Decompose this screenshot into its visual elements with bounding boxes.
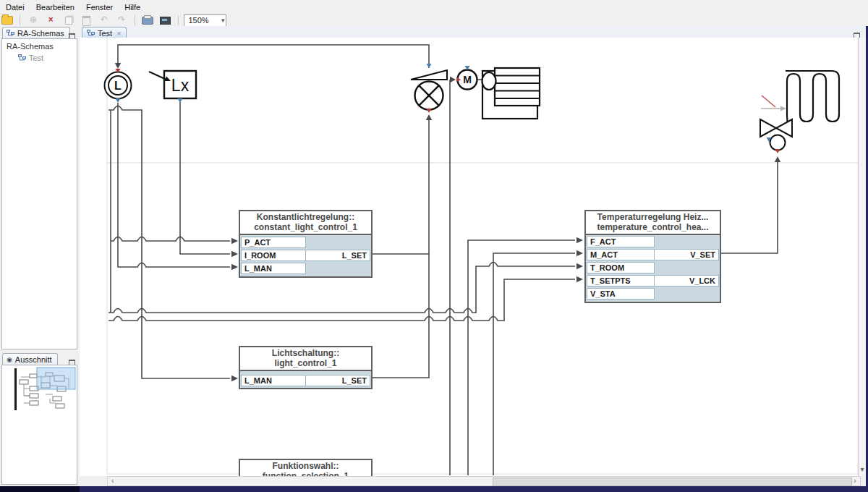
flow-marker [762,96,775,107]
folder-icon [1,16,13,25]
wire-lamp-to-lman [118,103,230,267]
lux-sensor-symbol[interactable]: Lx [149,71,196,103]
copy-button[interactable] [62,14,75,25]
scroll-right-icon[interactable]: › [850,477,860,485]
block-header: Temperaturregelung Heiz... temperature_c… [586,211,720,235]
valve-actuator [770,135,786,150]
flow-arrow-head [780,106,786,111]
window-bottom-edge [0,486,868,492]
lux-label: Lx [171,76,190,95]
input-connector [775,149,780,153]
block-header: Funktionswahl:: function_selection_1 [240,460,371,476]
port-input-pact[interactable]: P_ACT [241,237,306,248]
lamp-letter: L [114,80,122,92]
toolbar-separator [20,15,20,25]
wire-fact [468,240,575,475]
schema-icon [87,30,95,37]
motor-letter: M [463,74,472,85]
tree-item-label: Test [29,54,43,62]
wire-dimmer-to-lamp [118,45,429,68]
input-connector [427,109,432,113]
toolbar-separator [178,15,179,25]
port-input-tsetpts[interactable]: T_SETPTS [587,275,655,287]
menu-fenster[interactable]: Fenster [80,1,119,14]
zoom-level-value: 150% [188,16,208,25]
wire-bus2-tsetpts [109,279,575,321]
eye-icon: ◉ [7,356,12,363]
outline-view: ◉ Ausschnitt [0,352,80,486]
block-title: Lichtschaltung:: [242,348,370,358]
redo-button[interactable]: ↷ [115,14,128,25]
port-input-fact[interactable]: F_ACT [587,236,655,247]
menu-datei[interactable]: Datei [0,1,30,14]
schemas-view: RA-Schemas RA-Schemas Test [0,26,80,352]
function-block-constant-light-control[interactable]: Konstantlichtregelung:: constant_light_c… [239,210,373,278]
port-output-vlck[interactable]: V_LCK [654,275,719,287]
paste-icon [82,16,90,26]
function-block-light-control[interactable]: Lichtschaltung:: light_control_1 L_MAN L… [239,346,373,389]
editor-tab-strip: Test × [80,26,866,38]
port-input-iroom[interactable]: I_ROOM [241,250,306,261]
printer-icon [142,17,153,25]
diagram-thumbnail[interactable] [12,367,76,413]
tree-root-label: RA-Schemas [7,42,77,51]
open-folder-button[interactable] [1,14,14,25]
block-title: Konstantlichtregelung:: [242,212,370,222]
block-header: Lichtschaltung:: light_control_1 [240,347,371,371]
function-block-function-selection[interactable]: Funktionswahl:: function_selection_1 [239,459,373,476]
heating-valve-symbol[interactable] [760,71,839,153]
tree-item-test[interactable]: Test [18,54,77,62]
port-input-troom[interactable]: T_ROOM [587,262,655,273]
toolbar-separator [135,15,135,25]
diagram-graphics: L Lx [80,38,858,476]
output-connector [178,98,183,103]
close-icon[interactable]: × [116,29,121,38]
port-output-lset[interactable]: L_SET [305,375,370,386]
input-connector [427,64,432,68]
block-subtitle: constant_light_control_1 [242,222,370,232]
lamp-symbol[interactable]: L [105,69,132,103]
thumbnail-bar [14,368,17,410]
editor-tab-test[interactable]: Test × [82,27,127,38]
dimmer-lamp-symbol[interactable] [411,64,447,113]
delete-button[interactable]: × [44,14,57,25]
tab-label: Ausschnitt [15,355,52,364]
thumbnail-viewport[interactable] [37,368,75,389]
wire-mact [493,253,575,475]
undo-button[interactable]: ↶ [98,14,111,25]
schema-icon [7,30,14,37]
port-input-mact[interactable]: M_ACT [587,249,655,260]
window-corner [0,486,80,492]
menu-bearbeiten[interactable]: Bearbeiten [30,1,80,14]
port-output-vset[interactable]: V_SET [654,249,719,260]
horizontal-scrollbar[interactable]: ‹ › [107,476,861,486]
wire-lset-to-dimmer [373,120,429,378]
port-input-lman[interactable]: L_MAN [241,263,306,274]
menu-hilfe[interactable]: Hilfe [119,1,146,14]
scrollbar-thumb[interactable] [493,478,852,486]
zoom-level-combobox[interactable]: 150%▾ [184,14,226,27]
wire-pact [111,237,230,242]
chevron-down-icon: ▾ [221,15,225,26]
motor-fan-symbol[interactable]: M [456,66,540,119]
diagram-canvas[interactable]: L Lx [80,38,858,476]
editor-tab-label: Test [98,29,112,38]
scroll-left-icon[interactable]: ‹ [108,477,118,485]
tab-ausschnitt[interactable]: ◉ Ausschnitt [2,353,58,365]
new-element-button[interactable]: ⊕ [27,14,40,25]
function-block-temperature-control[interactable]: Temperaturregelung Heiz... temperature_c… [584,210,721,303]
wire-lux-to-iroom [180,102,230,254]
export-image-button[interactable] [159,14,172,25]
application-window: DateiBearbeitenFensterHilfe ⊕ × ↶ ↷ 150%… [0,0,868,492]
wire-trunk-to-lman2 [109,106,230,379]
print-button[interactable] [141,14,154,25]
port-output-lset[interactable]: L_SET [305,250,370,261]
block-title: Funktionswahl:: [242,461,370,471]
port-input-lman[interactable]: L_MAN [241,375,306,386]
block-subtitle: function_selection_1 [242,471,370,476]
heating-coil [786,71,839,128]
port-input-vsta[interactable]: V_STA [587,288,655,300]
paste-button[interactable] [80,14,93,25]
copy-icon [65,17,72,25]
schemas-tree-pane: RA-Schemas Test [1,38,77,349]
